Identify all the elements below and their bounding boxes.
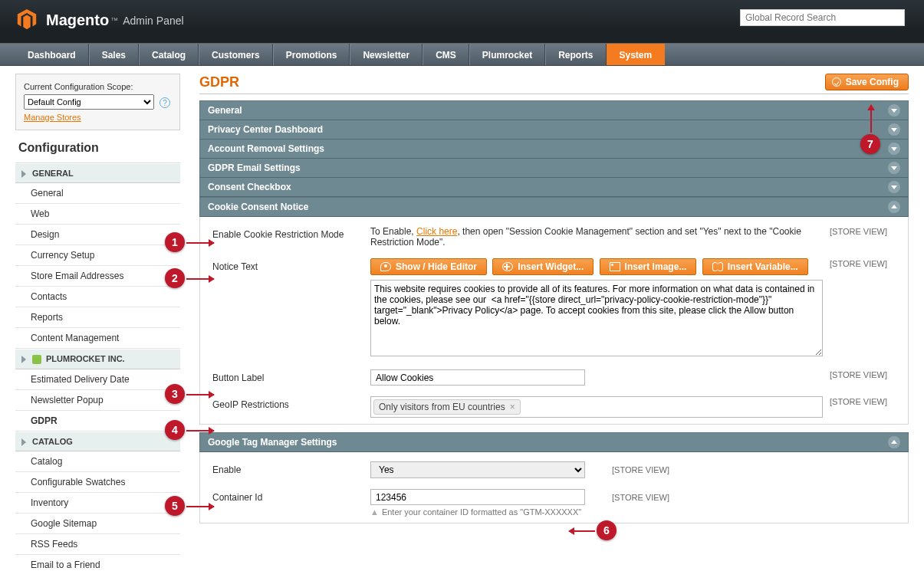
svg-marker-1 (23, 15, 30, 29)
scope-tag: [STORE VIEW] (830, 397, 887, 406)
container-id-label: Container Id (209, 489, 370, 503)
global-search[interactable] (740, 9, 905, 26)
sidebar-item-estimated-delivery-date[interactable]: Estimated Delivery Date (15, 369, 180, 390)
section-cookie-consent[interactable]: Cookie Consent Notice (199, 197, 909, 217)
button-label-input[interactable] (370, 369, 585, 386)
insert-widget-button[interactable]: Insert Widget... (492, 258, 594, 275)
annotation-arrow (186, 506, 214, 507)
scope-tag: [STORE VIEW] (830, 227, 887, 236)
annotation-callout: 1 (165, 232, 185, 252)
annotation-arrow (186, 242, 214, 244)
sidebar-item-catalog[interactable]: Catalog (15, 451, 180, 472)
annotation-callout: 3 (165, 384, 185, 404)
scope-tag: [STORE VIEW] (612, 493, 669, 502)
scope-select[interactable]: Default Config (24, 94, 154, 110)
notice-textarea[interactable] (370, 280, 823, 356)
nav-plumrocket[interactable]: Plumrocket (469, 44, 545, 65)
nav-newsletter[interactable]: Newsletter (350, 44, 423, 65)
sidebar-item-gdpr[interactable]: GDPR (15, 411, 180, 432)
gtm-enable-label: Enable (209, 461, 370, 475)
check-circle-icon (832, 77, 841, 87)
magento-logo-icon (15, 8, 38, 33)
chevron-up-icon (888, 436, 900, 448)
section-gtm[interactable]: Google Tag Manager Settings (199, 432, 909, 452)
click-here-link[interactable]: Click here (416, 226, 457, 237)
section-header[interactable]: Consent Checkbox (199, 178, 909, 197)
scope-help-icon[interactable]: ? (159, 97, 170, 108)
scope-label: Current Configuration Scope: (24, 82, 172, 91)
annotation-callout: 7 (860, 134, 880, 154)
chevron-up-icon (888, 201, 900, 213)
sidebar-item-content-management[interactable]: Content Management (15, 328, 180, 349)
sidebar-item-store-email-addresses[interactable]: Store Email Addresses (15, 266, 180, 287)
gtm-enable-select[interactable]: Yes (370, 461, 585, 478)
section-cookie-consent-body: Enable Cookie Restriction Mode To Enable… (199, 217, 909, 425)
config-scope-box: Current Configuration Scope: Default Con… (15, 74, 180, 130)
sidebar-item-reports[interactable]: Reports (15, 307, 180, 328)
sidebar-item-general[interactable]: General (15, 183, 180, 204)
brand-sub: Admin Panel (123, 15, 183, 27)
geoip-tag[interactable]: Only visitors from EU countries× (373, 399, 521, 415)
section-header[interactable]: GDPR Email Settings (199, 159, 909, 178)
manage-stores-link[interactable]: Manage Stores (24, 113, 81, 122)
section-header[interactable]: Account Removal Settings (199, 139, 909, 159)
chevron-down-icon (888, 162, 900, 174)
geoip-selector[interactable]: Only visitors from EU countries× (370, 396, 823, 418)
brand-name: Magento (46, 11, 109, 29)
remove-tag-icon[interactable]: × (510, 402, 515, 412)
annotation-arrow (870, 105, 872, 133)
container-id-input[interactable] (370, 489, 585, 505)
plumrocket-icon (32, 355, 41, 364)
annotation-arrow (186, 394, 214, 395)
show-hide-editor-button[interactable]: Show / Hide Editor (370, 258, 487, 275)
nav-sales[interactable]: Sales (89, 44, 139, 65)
insert-variable-button[interactable]: Insert Variable... (702, 258, 808, 275)
admin-header: Magento ™ Admin Panel (0, 0, 924, 43)
sidebar-item-inventory[interactable]: Inventory (15, 493, 180, 514)
sidebar-item-design[interactable]: Design (15, 225, 180, 245)
page-title: GDPR (199, 74, 239, 90)
chevron-down-icon (888, 181, 900, 193)
sidebar-group-title[interactable]: GENERAL (15, 163, 180, 183)
sidebar-item-rss-feeds[interactable]: RSS Feeds (15, 534, 180, 555)
nav-catalog[interactable]: Catalog (139, 44, 199, 65)
nav-dashboard[interactable]: Dashboard (15, 44, 89, 65)
sidebar-group-title[interactable]: CATALOG (15, 432, 180, 451)
annotation-callout: 4 (165, 420, 185, 440)
sidebar-item-web[interactable]: Web (15, 204, 180, 225)
sidebar-group-title[interactable]: PLUMROCKET INC. (15, 349, 180, 369)
geoip-label: GeoIP Restrictions (209, 396, 370, 410)
top-nav: DashboardSalesCatalogCustomersPromotions… (0, 43, 924, 66)
chevron-down-icon (888, 104, 900, 116)
sidebar-item-email-to-a-friend[interactable]: Email to a Friend (15, 555, 180, 571)
section-gtm-body: Enable Yes [STORE VIEW] Container Id [ST… (199, 452, 909, 523)
sidebar: Current Configuration Scope: Default Con… (15, 74, 180, 571)
nav-promotions[interactable]: Promotions (273, 44, 350, 65)
nav-customers[interactable]: Customers (199, 44, 273, 65)
nav-reports[interactable]: Reports (545, 44, 606, 65)
save-config-button[interactable]: Save Config (825, 74, 909, 90)
section-header[interactable]: Privacy Center Dashboard (199, 120, 909, 139)
sidebar-title: Configuration (15, 130, 180, 163)
scope-tag: [STORE VIEW] (612, 465, 669, 474)
nav-cms[interactable]: CMS (423, 44, 469, 65)
eye-icon (380, 262, 391, 271)
enable-cookie-label: Enable Cookie Restriction Mode (209, 226, 370, 240)
widget-icon (502, 262, 513, 271)
global-search-input[interactable] (740, 9, 905, 26)
sidebar-item-currency-setup[interactable]: Currency Setup (15, 245, 180, 266)
chevron-down-icon (888, 123, 900, 136)
sidebar-item-configurable-swatches[interactable]: Configurable Swatches (15, 472, 180, 493)
scope-tag: [STORE VIEW] (830, 259, 887, 268)
main-content: GDPR Save Config GeneralPrivacy Center D… (199, 74, 909, 571)
section-header[interactable]: General (199, 100, 909, 120)
sidebar-item-newsletter-popup[interactable]: Newsletter Popup (15, 390, 180, 411)
nav-system[interactable]: System (607, 44, 666, 65)
insert-image-button[interactable]: Insert Image... (600, 258, 697, 275)
annotation-arrow (569, 530, 595, 532)
sidebar-item-contacts[interactable]: Contacts (15, 287, 180, 307)
image-icon (610, 262, 620, 271)
annotation-callout: 5 (165, 496, 185, 516)
notice-text-label: Notice Text (209, 258, 370, 272)
sidebar-item-google-sitemap[interactable]: Google Sitemap (15, 514, 180, 534)
